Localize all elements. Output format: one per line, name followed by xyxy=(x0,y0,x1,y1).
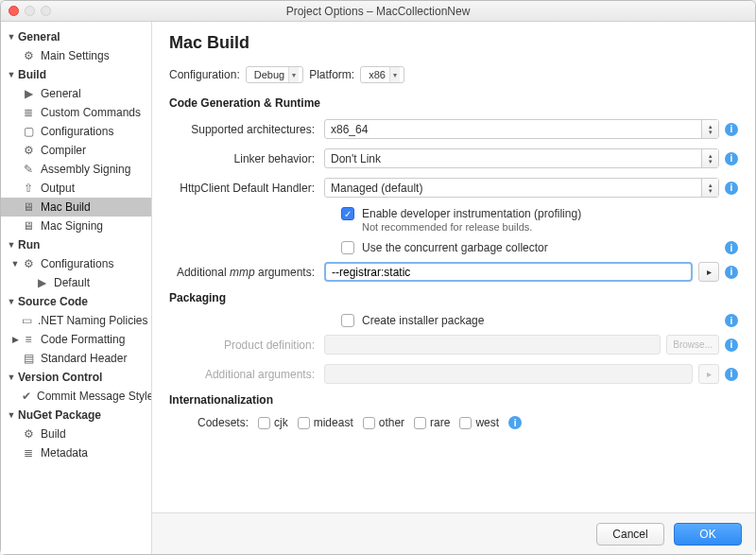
gc-checkbox[interactable] xyxy=(341,241,354,254)
info-icon[interactable]: i xyxy=(725,338,738,352)
chevron-updown-icon: ▴▾ xyxy=(701,120,718,138)
browse-button: Browse... xyxy=(666,335,719,355)
info-icon[interactable]: i xyxy=(725,368,738,381)
sidebar-item-compiler[interactable]: ⚙Compiler xyxy=(1,141,151,160)
sidebar-item-run-configurations[interactable]: ▼⚙Configurations xyxy=(1,254,151,273)
codeset-cjk-checkbox[interactable] xyxy=(258,417,270,429)
info-icon[interactable]: i xyxy=(508,416,522,429)
sidebar-item-standard-header[interactable]: ▤Standard Header xyxy=(1,349,151,368)
ok-button[interactable]: OK xyxy=(674,523,742,546)
sidebar-item-configurations[interactable]: ▢Configurations xyxy=(1,122,151,141)
info-icon[interactable]: i xyxy=(725,152,738,165)
chevron-down-icon: ▾ xyxy=(389,67,400,82)
addargs-input xyxy=(324,364,693,384)
chevron-down-icon: ▾ xyxy=(288,67,299,82)
codeset-west-checkbox[interactable] xyxy=(459,417,472,429)
linker-label: Linker behavior: xyxy=(169,152,324,165)
section-codegen: Code Generation & Runtime xyxy=(169,96,738,110)
chevron-updown-icon: ▴▾ xyxy=(701,179,718,197)
sidebar-section-general[interactable]: ▼General xyxy=(1,27,151,46)
sidebar-item-run-default[interactable]: ▶Default xyxy=(1,273,151,292)
id-icon: ▭ xyxy=(22,314,32,327)
http-label: HttpClient Default Handler: xyxy=(169,182,324,195)
http-select[interactable]: Managed (default)▴▾ xyxy=(324,178,719,198)
dialog-footer: Cancel OK xyxy=(152,512,755,554)
sidebar-section-nuget[interactable]: ▼NuGet Package xyxy=(1,406,151,425)
config-bar: Configuration: Debug▾ Platform: x86▾ xyxy=(169,66,738,83)
proddef-label: Product definition: xyxy=(169,338,324,352)
section-packaging: Packaging xyxy=(169,291,738,304)
create-installer-label: Create installer package xyxy=(362,314,484,327)
addargs-label: Additional arguments: xyxy=(169,368,324,381)
codeset-rare-checkbox[interactable] xyxy=(414,417,426,429)
sidebar-item-nuget-metadata[interactable]: ≣Metadata xyxy=(1,443,151,462)
arrow-up-icon: ⇧ xyxy=(22,182,35,195)
sidebar-item-general[interactable]: ▶General xyxy=(1,84,151,103)
gears-icon: ⚙ xyxy=(22,144,35,157)
codesets-label: Codesets: xyxy=(198,416,249,429)
mmp-input[interactable] xyxy=(324,262,693,282)
window-title: Project Options – MacCollectionNew xyxy=(1,5,755,18)
titlebar: Project Options – MacCollectionNew xyxy=(1,1,755,22)
pen-icon: ✎ xyxy=(22,163,35,176)
sidebar-item-mac-build[interactable]: 🖥Mac Build xyxy=(1,198,151,217)
sidebar-item-commit-style[interactable]: ✔Commit Message Style xyxy=(1,387,151,406)
platform-label: Platform: xyxy=(309,68,354,81)
profiling-sublabel: Not recommended for release builds. xyxy=(362,221,532,233)
sidebar-item-code-formatting[interactable]: ▶≡Code Formatting xyxy=(1,330,151,349)
info-icon[interactable]: i xyxy=(725,241,738,254)
profiling-label: Enable developer instrumentation (profil… xyxy=(362,207,581,220)
info-icon[interactable]: i xyxy=(725,182,738,195)
header-icon: ▤ xyxy=(22,352,35,365)
profiling-checkbox[interactable]: ✓ xyxy=(341,207,354,220)
addargs-history-button: ▸ xyxy=(698,364,719,384)
sidebar-section-source-code[interactable]: ▼Source Code xyxy=(1,292,151,311)
content-pane: Mac Build Configuration: Debug▾ Platform… xyxy=(152,22,755,554)
project-options-window: Project Options – MacCollectionNew ▼Gene… xyxy=(0,0,756,555)
tag-icon: ≣ xyxy=(22,446,35,460)
sidebar-item-custom-commands[interactable]: ≣Custom Commands xyxy=(1,103,151,122)
terminal-icon: ≣ xyxy=(22,106,35,119)
platform-select[interactable]: x86▾ xyxy=(360,66,404,83)
info-icon[interactable]: i xyxy=(725,123,738,136)
codeset-mideast-checkbox[interactable] xyxy=(298,417,310,429)
codesets-row: Codesets: cjk mideast other rare west i xyxy=(198,416,738,429)
page-title: Mac Build xyxy=(169,33,738,53)
box-icon: ▢ xyxy=(22,125,35,138)
mmp-history-button[interactable]: ▸ xyxy=(698,262,719,282)
cancel-button[interactable]: Cancel xyxy=(596,523,664,546)
monitor-icon: 🖥 xyxy=(22,200,35,214)
sidebar-item-naming-policies[interactable]: ▭.NET Naming Policies xyxy=(1,311,151,330)
play-icon: ▶ xyxy=(35,276,48,289)
linker-select[interactable]: Don't Link▴▾ xyxy=(324,148,719,168)
sidebar-section-run[interactable]: ▼Run xyxy=(1,235,151,254)
monitor-icon: 🖥 xyxy=(22,219,35,233)
sidebar-section-build[interactable]: ▼Build xyxy=(1,65,151,84)
info-icon[interactable]: i xyxy=(725,266,738,279)
configuration-label: Configuration: xyxy=(169,68,240,81)
info-icon[interactable]: i xyxy=(725,314,738,327)
codeset-other-checkbox[interactable] xyxy=(363,417,375,429)
arch-label: Supported architectures: xyxy=(169,123,324,136)
sidebar-item-mac-signing[interactable]: 🖥Mac Signing xyxy=(1,217,151,235)
sidebar-item-main-settings[interactable]: ⚙Main Settings xyxy=(1,46,151,65)
gc-label: Use the concurrent garbage collector xyxy=(362,241,548,254)
section-i18n: Internationalization xyxy=(169,393,738,407)
play-icon: ▶ xyxy=(22,87,35,100)
gear-icon: ⚙ xyxy=(22,427,35,441)
create-installer-checkbox[interactable] xyxy=(341,314,354,327)
chevron-updown-icon: ▴▾ xyxy=(701,149,718,167)
sidebar: ▼General ⚙Main Settings ▼Build ▶General … xyxy=(1,22,152,554)
gear-icon: ⚙ xyxy=(22,49,35,62)
proddef-input xyxy=(324,335,661,355)
sidebar-item-nuget-build[interactable]: ⚙Build xyxy=(1,425,151,443)
arch-select[interactable]: x86_64▴▾ xyxy=(324,119,719,139)
configuration-select[interactable]: Debug▾ xyxy=(246,66,303,83)
check-icon: ✔ xyxy=(22,390,31,403)
sidebar-item-output[interactable]: ⇧Output xyxy=(1,179,151,198)
sidebar-section-version-control[interactable]: ▼Version Control xyxy=(1,368,151,387)
sidebar-item-assembly-signing[interactable]: ✎Assembly Signing xyxy=(1,160,151,179)
code-icon: ≡ xyxy=(22,333,35,346)
gear-icon: ⚙ xyxy=(22,257,35,270)
mmp-label: Additional mmp arguments: xyxy=(169,266,324,279)
